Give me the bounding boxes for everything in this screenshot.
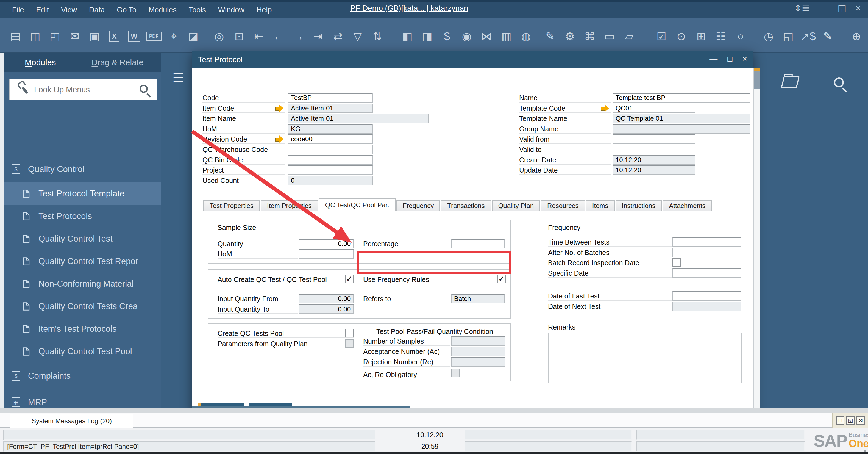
print-icon[interactable]: ◫	[28, 26, 43, 46]
previous-record-icon[interactable]: ←	[271, 26, 286, 46]
company-user-title[interactable]: PF Demo (GB)[kata... | katarzynan	[324, 0, 494, 16]
field-input[interactable]	[288, 165, 373, 175]
date-of-last-test-field[interactable]	[673, 291, 741, 301]
sidebar-item-complaints[interactable]: $ Complaints	[4, 363, 161, 389]
gross-profit-icon[interactable]: ⋈	[479, 26, 494, 46]
sidebar-item-test-protocol-template[interactable]: Test Protocol Template	[4, 182, 161, 205]
goto-record-icon[interactable]: ⊡	[231, 26, 247, 46]
search-icon[interactable]	[834, 78, 844, 87]
tab-frequency[interactable]: Frequency	[396, 200, 440, 211]
checkbox[interactable]	[673, 258, 681, 267]
web-client-icon[interactable]: ⊕	[849, 26, 864, 46]
field-input[interactable]	[613, 134, 695, 144]
sidebar-item-non-conforming-material[interactable]: Non-Conforming Material	[4, 273, 161, 295]
approval-icon[interactable]: ☑	[654, 26, 669, 46]
input-qty-to-field[interactable]: 0.00	[299, 304, 354, 314]
export-pdf-icon[interactable]: PDF	[146, 26, 161, 46]
edit-document-icon[interactable]: ✎	[820, 26, 836, 46]
refers-to-field[interactable]: Batch	[451, 294, 505, 303]
field-input[interactable]	[288, 145, 373, 154]
sidebar-item-qc-tests-creation[interactable]: Quality Control Tests Crea	[4, 295, 161, 318]
field-input[interactable]: Active-Item-01	[288, 103, 373, 113]
tab-transactions[interactable]: Transactions	[441, 200, 491, 211]
auto-create-checkbox[interactable]: ✓	[345, 275, 353, 283]
messages-icon[interactable]: ▭	[602, 26, 617, 46]
sidebar-item-qc-test-pool[interactable]: Quality Control Test Pool	[4, 340, 161, 363]
input-qty-from-field[interactable]: 0.00	[299, 294, 354, 303]
tab-test-properties[interactable]: Test Properties	[203, 200, 260, 211]
sidebar-item-quality-control[interactable]: $ Quality Control	[4, 156, 161, 182]
payment-means-icon[interactable]: $	[439, 26, 455, 46]
vertical-scrollbar[interactable]	[753, 68, 760, 413]
filter-icon[interactable]: ▽	[350, 26, 365, 46]
sidebar-item-quality-control-test[interactable]: Quality Control Test	[4, 228, 161, 250]
workbench-icon[interactable]: ◱	[781, 26, 796, 46]
close-icon[interactable]: ×	[856, 2, 861, 15]
org-chart-icon[interactable]: ☷	[713, 26, 728, 46]
collapse-menu-icon[interactable]: ☰	[173, 70, 184, 85]
lookup-menus-input[interactable]	[28, 79, 157, 100]
field-input[interactable]	[288, 155, 373, 164]
menu-item[interactable]: Modules	[149, 6, 177, 14]
sidebar-item-test-protocols[interactable]: Test Protocols	[4, 205, 161, 228]
search-icon[interactable]	[140, 85, 148, 93]
field-input[interactable]	[613, 145, 695, 154]
first-record-icon[interactable]: ⇤	[251, 26, 267, 46]
close-icon[interactable]: ×	[742, 51, 747, 66]
sidebar-item-items-test-protocols[interactable]: Item's Test Protocols	[4, 318, 161, 340]
field-input[interactable]: 10.12.20	[613, 165, 695, 175]
move-icon[interactable]: ⌖	[166, 26, 181, 46]
find-icon[interactable]: ◎	[212, 26, 227, 46]
field-input[interactable]: 0	[288, 176, 373, 185]
print-preview-icon[interactable]: ▤	[8, 26, 23, 46]
menu-item[interactable]: Go To	[117, 6, 136, 14]
system-messages-log-tab[interactable]: System Messages Log (20)	[10, 414, 133, 428]
minimize-icon[interactable]: —	[709, 51, 717, 66]
tab-qc-test-pool-par[interactable]: QC Test/QC Pool Par.	[319, 199, 396, 211]
schedule-icon[interactable]: ◷	[761, 26, 776, 46]
export-excel-icon[interactable]: X	[106, 26, 122, 46]
tab-modules[interactable]: Modules	[25, 58, 56, 67]
restore-icon[interactable]: ◱	[838, 2, 846, 15]
field-input[interactable]	[451, 336, 505, 346]
sidebar-item-mrp[interactable]: ▦ MRP	[4, 389, 161, 408]
field-input[interactable]: 10.12.20	[613, 155, 695, 164]
field-input[interactable]: code00	[288, 134, 373, 144]
query-icon[interactable]: ◍	[518, 26, 534, 46]
field-input[interactable]: Template test BP	[613, 93, 750, 102]
sidebar-item-qc-test-report[interactable]: Quality Control Test Repor	[4, 250, 161, 273]
field-input[interactable]	[673, 237, 741, 247]
link-arrow-icon[interactable]	[275, 105, 285, 112]
field-input[interactable]	[451, 357, 505, 367]
tab-resources[interactable]: Resources	[541, 200, 585, 211]
customize-icon[interactable]: ⌘	[582, 26, 597, 46]
base-document-icon[interactable]: ◧	[400, 26, 415, 46]
payment-report-icon[interactable]: ◉	[459, 26, 474, 46]
tab-items[interactable]: Items	[586, 200, 615, 211]
maximize-icon[interactable]: □	[727, 51, 732, 66]
menu-item[interactable]: Data	[89, 6, 105, 14]
layout-designer-icon[interactable]: ▣	[87, 26, 102, 46]
next-record-icon[interactable]: →	[290, 26, 306, 46]
menu-item[interactable]: Tools	[189, 6, 206, 14]
page-setup-icon[interactable]: ◰	[47, 26, 63, 46]
percentage-field[interactable]	[451, 239, 505, 248]
uom-field[interactable]	[299, 249, 354, 259]
send-message-icon[interactable]: ✉	[67, 26, 83, 46]
close-icon[interactable]: ⊠	[857, 416, 865, 425]
tab-quality-plan[interactable]: Quality Plan	[492, 200, 540, 211]
target-document-icon[interactable]: ◨	[420, 26, 435, 46]
tab-drag-relate[interactable]: Drag & Relate	[91, 58, 143, 67]
field-input[interactable]	[613, 124, 750, 133]
edit-icon[interactable]: ✎	[542, 26, 558, 46]
calculator-icon[interactable]: ⊞	[693, 26, 709, 46]
field-input[interactable]: KG	[288, 124, 373, 133]
alerts-icon[interactable]: ⊙	[674, 26, 689, 46]
scrollbar-thumb[interactable]	[754, 68, 760, 89]
field-input[interactable]	[451, 347, 505, 356]
lock-screen-icon[interactable]: ◪	[186, 26, 201, 46]
menu-item[interactable]: File	[12, 6, 24, 14]
field-input[interactable]	[673, 248, 741, 257]
tab-item-properties[interactable]: Item Properties	[261, 200, 318, 211]
menu-item[interactable]: Window	[218, 6, 245, 14]
